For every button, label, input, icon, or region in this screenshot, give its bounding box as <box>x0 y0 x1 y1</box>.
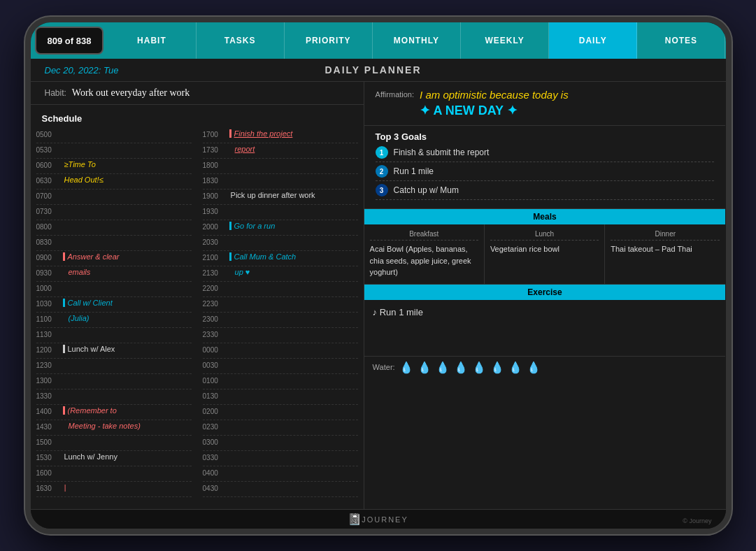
time-slot: 2230 <box>203 297 358 313</box>
water-drop-6: 💧 <box>490 361 504 374</box>
schedule-columns: 0500 0530 0600 ≥Time To 0630 H <box>31 128 364 497</box>
time-slot: 1100 (Julia) <box>36 313 192 328</box>
water-drop-7: 💧 <box>508 361 522 374</box>
time-slot: 0830 <box>36 236 192 251</box>
time-slot: 0630 Head Out!≤ <box>36 174 192 189</box>
meals-grid: Breakfast Acai Bowl (Apples, bananas, ch… <box>364 224 726 285</box>
dinner-header: Dinner <box>611 230 720 241</box>
goal-text-1: Finish & submit the report <box>394 148 490 157</box>
time-slot: 0430 <box>203 482 358 497</box>
time-slot: 0530 <box>36 143 192 159</box>
tab-daily[interactable]: DAILY <box>549 22 637 59</box>
habit-row: Habit: Work out everyday after work <box>31 82 364 105</box>
time-slot: 2200 <box>203 282 358 297</box>
goal-num-3: 3 <box>376 184 388 196</box>
footer-icon: 📓 <box>348 513 362 526</box>
lunch-col: Lunch Vegetarian rice bowl <box>485 224 605 284</box>
time-slot: 0600 ≥Time To <box>36 159 192 174</box>
dinner-content: Thai takeout – Pad Thai <box>611 243 720 255</box>
time-slot: 2100 Call Mum & Catch <box>203 251 358 266</box>
time-slot: 1130 <box>36 328 192 343</box>
tab-notes[interactable]: NOTES <box>637 22 725 59</box>
right-panel: Affirmation: I am optimistic because tod… <box>364 82 726 509</box>
time-slot: 1230 <box>36 359 192 374</box>
goals-title: Top 3 Goals <box>376 131 715 142</box>
time-slot: 1900 Pick up dinner after work <box>203 189 358 205</box>
time-slot: 0900 Answer & clear <box>36 251 192 266</box>
time-slot: 1700 Finish the project <box>203 128 358 143</box>
time-slot: 1630 | <box>36 482 192 497</box>
tab-monthly[interactable]: MONTHLY <box>373 22 461 59</box>
time-slot: 1730 report <box>203 143 358 159</box>
affirmation-line1: I am optimistic because today is <box>420 87 569 102</box>
footer-text: JOURNEY <box>362 515 408 524</box>
left-panel: Habit: Work out everyday after work Sche… <box>31 82 364 509</box>
time-slot: 0730 <box>36 205 192 220</box>
affirmation-line2: ✦ A NEW DAY ✦ <box>420 102 569 120</box>
time-slot: 1800 <box>203 159 358 174</box>
water-drop-2: 💧 <box>418 361 432 374</box>
goal-item-2: 2 Run 1 mile <box>376 165 715 181</box>
affirmation-content: I am optimistic because today is ✦ A NEW… <box>420 87 569 120</box>
meals-section: Meals Breakfast Acai Bowl (Apples, banan… <box>364 209 726 509</box>
time-slot: 0800 <box>36 220 192 236</box>
water-drop-1: 💧 <box>399 361 413 374</box>
time-slot: 2000 Go for a run <box>203 220 358 236</box>
date-title-row: Dec 20, 2022: Tue DAILY PLANNER <box>31 59 726 82</box>
time-slot: 0700 <box>36 189 192 205</box>
time-slot: 0500 <box>36 128 192 143</box>
exercise-header: Exercise <box>364 285 726 300</box>
page-title: DAILY PLANNER <box>119 64 628 76</box>
time-slot: 1500 <box>36 436 192 451</box>
time-slot: 0030 <box>203 359 358 374</box>
water-drop-4: 💧 <box>454 361 468 374</box>
habit-value: Work out everyday after work <box>72 87 190 99</box>
time-slot: 2130 up ♥ <box>203 266 358 282</box>
main-content: Dec 20, 2022: Tue DAILY PLANNER Habit: W… <box>31 59 726 509</box>
affirmation-label: Affirmation: <box>376 90 414 99</box>
time-slot: 1830 <box>203 174 358 189</box>
exercise-content: ♪ Run 1 mile <box>364 300 726 356</box>
tab-bar: 809 of 838 HABIT TASKS PRIORITY MONTHLY … <box>31 22 726 59</box>
time-slot: 1200 Lunch w/ Alex <box>36 343 192 359</box>
goal-item-1: 1 Finish & submit the report <box>376 146 715 162</box>
lunch-header: Lunch <box>490 230 599 241</box>
time-slot: 0330 <box>203 451 358 466</box>
time-slot: 0000 <box>203 343 358 359</box>
body-layout: Habit: Work out everyday after work Sche… <box>31 82 726 509</box>
water-drop-8: 💧 <box>527 361 541 374</box>
water-label: Water: <box>373 363 395 371</box>
tab-tasks[interactable]: TASKS <box>197 22 285 59</box>
time-slot: 0100 <box>203 374 358 389</box>
time-slot: 2300 <box>203 313 358 328</box>
tab-priority[interactable]: PRIORITY <box>285 22 373 59</box>
time-slot: 1930 <box>203 205 358 220</box>
footer-copyright: © Journey <box>683 517 711 524</box>
lunch-content: Vegetarian rice bowl <box>490 243 599 255</box>
goal-num-1: 1 <box>376 146 388 159</box>
water-row: Water: 💧 💧 💧 💧 💧 💧 💧 💧 <box>364 356 726 378</box>
goal-text-2: Run 1 mile <box>394 166 434 176</box>
water-drop-5: 💧 <box>472 361 486 374</box>
time-slot: 1400 (Remember to <box>36 405 192 420</box>
time-slot: 0200 <box>203 405 358 420</box>
tablet-frame: 809 of 838 HABIT TASKS PRIORITY MONTHLY … <box>25 17 732 534</box>
time-slot: 1030 Call w/ Client <box>36 297 192 313</box>
goals-section: Top 3 Goals 1 Finish & submit the report… <box>364 126 726 209</box>
breakfast-header: Breakfast <box>370 230 478 241</box>
time-slot: 1000 <box>36 282 192 297</box>
footer-bar: 📓 JOURNEY © Journey <box>31 509 726 529</box>
tab-weekly[interactable]: WEEKLY <box>461 22 549 59</box>
time-slot: 2030 <box>203 236 358 251</box>
tab-counter: 809 of 838 <box>35 27 104 55</box>
time-slot: 2330 <box>203 328 358 343</box>
goal-item-3: 3 Catch up w/ Mum <box>376 184 715 200</box>
schedule-left-col: 0500 0530 0600 ≥Time To 0630 H <box>31 128 197 497</box>
date-text: Dec 20, 2022: Tue <box>45 65 119 76</box>
tab-habit[interactable]: HABIT <box>108 22 196 59</box>
time-slot: 0130 <box>203 389 358 405</box>
time-slot: 0300 <box>203 436 358 451</box>
affirmation-row: Affirmation: I am optimistic because tod… <box>364 82 726 126</box>
schedule-area[interactable]: Schedule 0500 0530 0600 <box>31 105 364 509</box>
goal-num-2: 2 <box>376 165 388 178</box>
